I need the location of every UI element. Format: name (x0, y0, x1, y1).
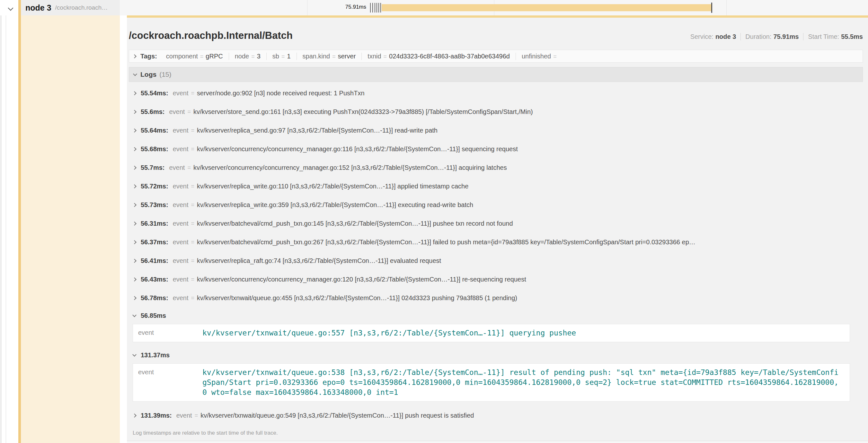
log-field-row: event kv/kvserver/txnwait/queue.go:557 [… (133, 324, 850, 342)
collapse-span-chevron[interactable] (9, 5, 12, 11)
log-entry[interactable]: 55.68ms: event = kv/kvserver/concurrency… (132, 140, 863, 158)
span-name-cell[interactable]: node 3 /cockroach.roach… (18, 0, 120, 15)
chevron-down-icon (132, 352, 136, 356)
log-entry-expanded-header[interactable]: 131.37ms (132, 347, 863, 364)
log-entry[interactable]: 55.64ms: event = kv/kvserver/replica_sen… (132, 121, 863, 140)
span-name-column-highlight (18, 15, 120, 443)
log-entry[interactable]: 56.43ms: event = kv/kvserver/concurrency… (132, 270, 863, 288)
log-tick (380, 3, 381, 12)
panel-bottom-divider (127, 441, 868, 443)
logs-list: 55.54ms: event = server/node.go:902 [n3]… (129, 82, 863, 425)
logs-title: Logs (141, 71, 156, 78)
span-detail-panel: /cockroach.roachpb.Internal/Batch Servic… (127, 15, 868, 443)
log-entry[interactable]: 55.54ms: event = server/node.go:902 [n3]… (132, 84, 863, 102)
chevron-down-icon (133, 72, 137, 76)
log-entry[interactable]: 56.41ms: event = kv/kvserver/replica_raf… (132, 251, 863, 270)
timeline-row: node 3 /cockroach.roach… 75.91ms (0, 0, 868, 15)
log-entry[interactable]: 56.31ms: event = kv/kvserver/batcheval/c… (132, 214, 863, 233)
chevron-right-icon (132, 222, 136, 226)
timeline-gridline (307, 0, 307, 15)
log-tick (370, 3, 371, 12)
chevron-right-icon (132, 240, 136, 244)
chevron-right-icon (132, 413, 136, 418)
chevron-right-icon (132, 259, 136, 263)
span-duration-label: 75.91ms (318, 4, 366, 10)
tag-txnid: txnid=024d3323-6c8f-4863-aa8b-37ab0e6349… (362, 53, 516, 60)
tag-span-kind: span.kind=server (297, 53, 362, 60)
chevron-right-icon (132, 296, 136, 300)
log-fields-table: event kv/kvserver/txnwait/queue.go:538 [… (133, 364, 850, 402)
span-detail-meta: Service:node 3 Duration:75.91ms Start Ti… (686, 33, 863, 40)
timeline-gridline (726, 0, 727, 15)
log-fields-table: event kv/kvserver/txnwait/queue.go:557 [… (133, 324, 850, 342)
tag-sb: sb=1 (267, 53, 297, 60)
span-service-name: node 3 (25, 3, 52, 12)
span-tree-guide-line (6, 0, 6, 443)
meta-service: Service:node 3 (686, 33, 741, 40)
tags-accordian[interactable]: Tags: component=gRPC node=3 sb=1 span.ki… (129, 50, 863, 63)
chevron-down-icon (132, 313, 136, 317)
chevron-right-icon (132, 184, 136, 189)
tag-unfinished: unfinished= (516, 53, 565, 60)
meta-start-time: Start Time:55.5ms (803, 33, 863, 40)
span-duration-bar[interactable] (382, 4, 712, 11)
tag-component: component=gRPC (160, 53, 229, 60)
left-edge-divider (1, 0, 1, 443)
log-entry[interactable]: 56.78ms: event = kv/kvserver/txnwait/que… (132, 288, 863, 307)
log-entry[interactable]: 131.39ms: event = kv/kvserver/txnwait/qu… (132, 406, 863, 425)
span-operation-name: /cockroach.roach… (55, 4, 108, 11)
meta-duration: Duration:75.91ms (741, 33, 803, 40)
chevron-right-icon (132, 54, 136, 59)
chevron-down-icon (8, 5, 13, 11)
log-entry[interactable]: 56.37ms: event = kv/kvserver/batcheval/c… (132, 233, 863, 251)
tag-node: node=3 (229, 53, 267, 60)
span-detail-header: /cockroach.roachpb.Internal/Batch Servic… (129, 29, 863, 43)
logs-accordian-header[interactable]: Logs (15) (129, 67, 863, 82)
log-marker-end-tick (711, 3, 712, 13)
log-entry[interactable]: 55.73ms: event = kv/kvserver/replica_wri… (132, 196, 863, 214)
logs-section: Logs (15) 55.54ms: event = server/node.g… (129, 67, 863, 441)
log-tick (372, 3, 373, 12)
chevron-right-icon (132, 128, 136, 133)
chevron-right-icon (132, 91, 136, 95)
log-entry[interactable]: 55.6ms: event = kv/kvserver/store_send.g… (132, 102, 863, 121)
logs-footer-note: Log timestamps are relative to the start… (129, 425, 863, 441)
log-entry[interactable]: 55.72ms: event = kv/kvserver/replica_wri… (132, 177, 863, 196)
log-tick (378, 3, 379, 12)
log-entry-expanded-header[interactable]: 56.85ms (132, 307, 863, 324)
chevron-right-icon (132, 277, 136, 281)
chevron-right-icon (132, 166, 136, 170)
chevron-right-icon (132, 110, 136, 114)
log-entry[interactable]: 55.7ms: event = kv/kvserver/concurrency/… (132, 158, 863, 177)
chevron-right-icon (132, 147, 136, 151)
tags-label: Tags: (141, 53, 157, 60)
chevron-right-icon (132, 203, 136, 207)
log-tick (376, 3, 377, 12)
span-detail-title: /cockroach.roachpb.Internal/Batch (129, 29, 293, 43)
log-field-row: event kv/kvserver/txnwait/queue.go:538 [… (133, 364, 850, 401)
log-tick (375, 3, 375, 12)
logs-count: (15) (159, 71, 171, 78)
